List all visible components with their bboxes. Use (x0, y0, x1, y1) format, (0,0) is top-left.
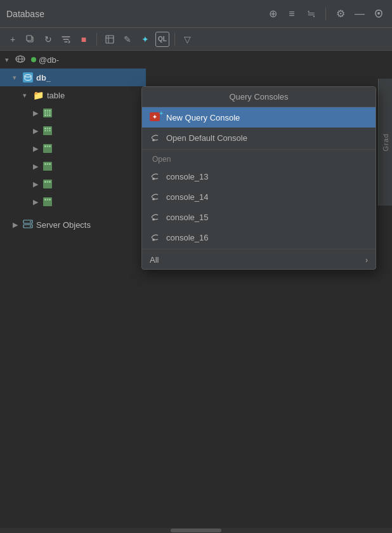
table-view-icon[interactable] (102, 32, 117, 47)
toolbar-divider-1 (96, 33, 97, 46)
open-section-label: Open (142, 151, 376, 166)
tree-server-objects[interactable]: ▶ Server Objects (0, 216, 146, 234)
popup-divider-1 (142, 149, 376, 150)
svg-point-18 (152, 239, 155, 241)
console-14-label: console_14 (166, 192, 368, 202)
all-consoles-item[interactable]: All › (142, 251, 376, 269)
all-arrow-icon: › (365, 256, 368, 265)
main-area: ▾ @db- ▾ db_ ▾ (0, 51, 392, 533)
table-row[interactable]: ▶ (0, 175, 146, 193)
toolbar: + ↻ ■ ✎ ✦ QL ▽ (0, 28, 392, 51)
tree-tables-folder[interactable]: ▾ 📁 table (0, 86, 146, 104)
new-query-console-item[interactable]: + New Query Console (142, 107, 376, 128)
gradle-tab-label: Grad (382, 133, 389, 151)
all-label: All (150, 255, 360, 265)
query-consoles-popup[interactable]: Query Consoles + New Query Console (141, 86, 376, 270)
row-arrow: ▶ (33, 127, 41, 135)
panel-title: Database (6, 9, 266, 19)
scrollbar-thumb[interactable] (171, 529, 221, 532)
connection-label: @db- (39, 55, 59, 65)
new-console-icon: + (150, 112, 161, 123)
toolbar-divider-2 (174, 33, 175, 46)
filter-sync-icon[interactable] (58, 32, 74, 47)
settings-icon[interactable]: ⚙ (334, 7, 348, 21)
tree-db-item[interactable]: ▾ db_ (0, 69, 146, 86)
row-arrow: ▶ (33, 162, 41, 171)
svg-point-13 (30, 225, 31, 227)
open-default-label: Open Default Console (166, 133, 368, 143)
console-13-label: console_13 (166, 172, 368, 181)
stop-icon[interactable]: ■ (76, 32, 91, 47)
server-arrow: ▶ (13, 221, 20, 229)
table-row[interactable]: ▶ (0, 122, 146, 140)
db-icon (23, 72, 33, 82)
table-row[interactable]: ▶ (0, 140, 146, 157)
gradle-icon[interactable] (372, 7, 386, 21)
sql-icon[interactable]: QL (155, 32, 169, 47)
header-toolbar: ⊕ ≡ ≒ ⚙ — (266, 7, 386, 21)
table-row[interactable]: ▶ (0, 104, 146, 122)
console-16-label: console_16 (166, 233, 368, 242)
server-icon (23, 220, 33, 230)
funnel-icon[interactable]: ▽ (180, 32, 195, 47)
console-15-icon (150, 211, 161, 223)
console-item-13[interactable]: console_13 (142, 166, 376, 187)
svg-point-16 (152, 199, 155, 201)
add-icon[interactable]: + (5, 32, 20, 47)
row-arrow: ▶ (33, 145, 41, 153)
expand-icon[interactable]: ≒ (304, 7, 318, 21)
table-icon (43, 162, 52, 171)
table-icon (43, 109, 52, 117)
table-icon (43, 197, 52, 206)
console-15-label: console_15 (166, 213, 368, 222)
row-arrow: ▶ (33, 109, 41, 117)
table-icon (43, 126, 52, 135)
svg-point-0 (377, 12, 380, 15)
row-arrow: ▶ (33, 198, 41, 206)
connection-status-dot (31, 57, 36, 62)
popup-title: Query Consoles (142, 87, 376, 107)
table-icon (43, 180, 52, 188)
server-objects-label: Server Objects (36, 220, 91, 230)
db-expand-arrow: ▾ (13, 74, 20, 82)
console-item-16[interactable]: console_16 (142, 227, 376, 247)
new-console-label: New Query Console (166, 113, 368, 122)
add-datasource-icon[interactable]: ⊕ (266, 7, 280, 21)
svg-rect-2 (27, 36, 32, 41)
console-item-14[interactable]: console_14 (142, 187, 376, 207)
connection-icon (15, 55, 25, 65)
svg-point-9 (25, 75, 31, 77)
panel-header: Database ⊕ ≡ ≒ ⚙ — (0, 0, 392, 28)
svg-point-15 (152, 178, 155, 180)
svg-point-14 (152, 140, 155, 141)
gradle-side-tab[interactable]: Grad (378, 79, 392, 206)
console-16-icon (150, 232, 161, 243)
table-row[interactable]: ▶ (0, 193, 146, 211)
tree-connection-item[interactable]: ▾ @db- (0, 51, 146, 69)
table-row[interactable]: ▶ (0, 157, 146, 175)
folder-icon: 📁 (33, 90, 44, 100)
popup-divider-2 (142, 249, 376, 249)
collapse-icon[interactable]: ≡ (285, 7, 299, 21)
divider (325, 8, 326, 20)
database-tree: ▾ @db- ▾ db_ ▾ (0, 51, 146, 533)
expand-arrow: ▾ (5, 56, 13, 64)
horizontal-scrollbar[interactable] (0, 528, 392, 533)
table-icon (43, 144, 52, 153)
default-console-icon (150, 132, 161, 143)
refresh-icon[interactable]: ↻ (41, 32, 56, 47)
svg-point-17 (152, 219, 155, 221)
console-item-15[interactable]: console_15 (142, 207, 376, 227)
edit-icon[interactable]: ✎ (120, 32, 135, 47)
tables-arrow: ▾ (23, 91, 30, 100)
copy-icon[interactable] (23, 32, 38, 47)
db-name-label: db_ (36, 73, 51, 82)
tables-label: table (47, 91, 65, 100)
svg-rect-3 (106, 36, 114, 43)
row-arrow: ▶ (33, 180, 41, 188)
minimize-icon[interactable]: — (353, 7, 367, 21)
jump-to-source-icon[interactable]: ✦ (138, 32, 153, 47)
console-13-icon (150, 171, 161, 182)
open-default-console-item[interactable]: Open Default Console (142, 128, 376, 148)
console-14-icon (150, 191, 161, 202)
